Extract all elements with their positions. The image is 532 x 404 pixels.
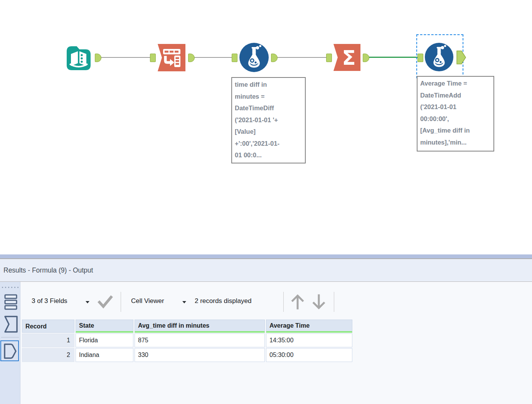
input-anchor-view-icon[interactable] bbox=[4, 315, 19, 333]
workflow-canvas[interactable]: time diff in minutes = DateTimeDiff ('20… bbox=[0, 0, 532, 254]
records-displayed-label: 2 records displayed bbox=[195, 297, 251, 305]
output-anchor[interactable] bbox=[271, 54, 278, 62]
formula-tool[interactable] bbox=[239, 42, 269, 72]
input-anchor[interactable] bbox=[326, 54, 332, 62]
toolbar-separator bbox=[121, 292, 121, 312]
sigma-icon: Σ bbox=[342, 46, 356, 69]
avg-time-diff-cell[interactable]: 330 bbox=[135, 348, 265, 362]
column-header-average-time[interactable]: Average Time bbox=[266, 320, 352, 333]
alteryx-window: time diff in minutes = DateTimeDiff ('20… bbox=[0, 0, 532, 404]
sidebar-grip[interactable] bbox=[2, 287, 19, 288]
results-title: Results - Formula (9) - Output bbox=[3, 266, 93, 274]
table-row: 2 Indiana 330 05:30:00 bbox=[22, 348, 352, 362]
output-anchor[interactable] bbox=[188, 54, 195, 62]
sidebar-divider bbox=[1, 337, 19, 338]
column-header-avg-time-diff[interactable]: Avg_time diff in minutes bbox=[135, 320, 265, 333]
average-time-cell[interactable]: 14:35:00 bbox=[266, 333, 352, 347]
chevron-down-icon[interactable] bbox=[86, 301, 89, 303]
connection-wire[interactable] bbox=[100, 57, 150, 58]
output-anchor-view-selected[interactable] bbox=[0, 340, 19, 361]
input-data-tool[interactable] bbox=[64, 43, 93, 73]
results-title-bar: Results - Formula (9) - Output bbox=[0, 259, 532, 282]
panel-splitter[interactable] bbox=[0, 254, 532, 258]
output-anchor-large[interactable] bbox=[456, 50, 466, 64]
fields-dropdown[interactable]: 3 of 3 Fields bbox=[32, 297, 67, 305]
tool-annotation[interactable]: Average Time = DateTimeAdd ('2021-01-01 … bbox=[417, 76, 494, 152]
column-header-record[interactable]: Record bbox=[22, 320, 74, 333]
chevron-down-icon[interactable] bbox=[182, 301, 186, 303]
toolbar-separator bbox=[283, 292, 284, 312]
apply-checkmark-icon[interactable] bbox=[97, 295, 113, 309]
metadata-view-icon[interactable] bbox=[4, 294, 17, 311]
cell-viewer-dropdown[interactable]: Cell Viewer bbox=[131, 297, 164, 305]
arrow-up-icon[interactable] bbox=[290, 294, 305, 310]
formula-tool-selected[interactable] bbox=[424, 42, 454, 72]
output-anchor[interactable] bbox=[363, 54, 369, 62]
input-anchor[interactable] bbox=[418, 54, 423, 62]
input-anchor[interactable] bbox=[150, 54, 156, 62]
avg-time-diff-cell[interactable]: 875 bbox=[135, 333, 265, 347]
table-row: 1 Florida 875 14:35:00 bbox=[22, 333, 352, 347]
toolbar-separator bbox=[334, 292, 334, 312]
record-number-cell[interactable]: 1 bbox=[22, 333, 74, 347]
state-cell[interactable]: Florida bbox=[76, 333, 133, 347]
average-time-cell[interactable]: 05:30:00 bbox=[266, 348, 352, 362]
connection-wire-selected[interactable] bbox=[368, 57, 418, 58]
tool-annotation[interactable]: time diff in minutes = DateTimeDiff ('20… bbox=[231, 77, 306, 163]
results-table: Record State Avg_time diff in minutes Av… bbox=[21, 319, 354, 363]
connection-wire[interactable] bbox=[194, 57, 232, 58]
output-anchor[interactable] bbox=[95, 54, 101, 62]
summarize-tool[interactable]: Σ bbox=[332, 43, 362, 72]
table-header-row: Record State Avg_time diff in minutes Av… bbox=[22, 320, 352, 333]
arrow-down-icon[interactable] bbox=[311, 294, 326, 310]
connection-wire[interactable] bbox=[276, 57, 327, 58]
record-number-cell[interactable]: 2 bbox=[22, 348, 74, 362]
column-header-state[interactable]: State bbox=[76, 320, 133, 333]
state-cell[interactable]: Indiana bbox=[76, 348, 133, 362]
transpose-tool[interactable] bbox=[157, 43, 187, 72]
input-anchor[interactable] bbox=[232, 54, 237, 62]
output-anchor-view-icon bbox=[3, 343, 17, 359]
